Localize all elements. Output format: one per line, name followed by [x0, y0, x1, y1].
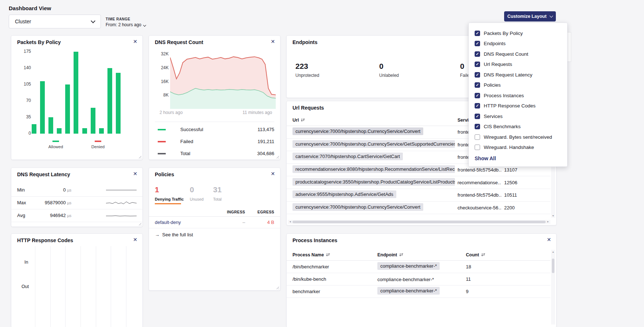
y-axis-tick: 35: [26, 114, 31, 119]
customize-menu-item[interactable]: ✓HTTP Response Codes: [475, 101, 561, 111]
customize-menu-item[interactable]: ✓Services: [475, 111, 561, 122]
customize-menu-item[interactable]: ✓DNS Request Count: [475, 49, 561, 59]
table-row[interactable]: benchmarkercompliance-benchmarker-*9: [287, 285, 550, 298]
close-icon[interactable]: ✕: [133, 237, 137, 242]
table-row[interactable]: /bin/kube-benchcompliance-benchmarker-*1…: [287, 273, 550, 285]
close-icon[interactable]: ✕: [271, 171, 275, 176]
sort-icon[interactable]: [399, 253, 403, 258]
policy-stat[interactable]: 0Unused: [190, 185, 204, 201]
scroll-right-icon[interactable]: ►: [547, 220, 549, 223]
view-select[interactable]: Cluster: [9, 15, 101, 28]
y-axis-tick: 70: [26, 98, 31, 103]
category-denied: Denied: [86, 137, 110, 149]
table-row[interactable]: currencyservice:7000/hipstershop.Currenc…: [287, 202, 550, 214]
sort-icon[interactable]: [481, 253, 485, 258]
checkbox[interactable]: ✓: [475, 114, 480, 119]
table-header: Process NameEndpointCount: [287, 250, 550, 261]
policy-stat[interactable]: 31Total: [213, 185, 221, 201]
time-range-from-dropdown[interactable]: From: 2 hours ago: [106, 22, 146, 27]
url-chip[interactable]: adservice:9555/hipstershop.AdService/Get…: [292, 190, 396, 198]
sparkline: [105, 200, 137, 207]
sort-icon[interactable]: [301, 118, 305, 123]
checkbox[interactable]: ✓: [475, 72, 480, 78]
stat-label: Unlabeled: [379, 73, 399, 78]
checkbox[interactable]: ✓: [475, 62, 480, 67]
see-full-list-label: See the full list: [162, 232, 193, 237]
menu-item-label: Url Requests: [484, 62, 512, 67]
close-icon[interactable]: ✕: [133, 171, 137, 176]
menu-item-label: Wireguard. Handshake: [484, 145, 534, 150]
table-row[interactable]: adservice:9555/hipstershop.AdService/Get…: [287, 189, 550, 202]
show-all-link[interactable]: Show All: [475, 155, 561, 161]
bar: [74, 52, 78, 134]
customize-layout-button[interactable]: Customize Layout: [504, 11, 556, 21]
customize-menu-item[interactable]: ✓Process Instances: [475, 90, 561, 101]
legend-item: Total304,686: [149, 149, 280, 159]
scroll-left-icon[interactable]: ◄: [289, 220, 291, 223]
checkbox[interactable]: [475, 134, 480, 140]
column-header[interactable]: Endpoint: [377, 252, 466, 258]
latency-rows: Min0 µsMax95879000 µsAvg946942 µs: [11, 184, 142, 222]
scroll-up-icon[interactable]: ▲: [551, 251, 555, 253]
url-chip[interactable]: recommendationservice:8080/hipstershop.R…: [292, 165, 455, 173]
x-axis-label-start: 2 hours ago: [160, 110, 182, 115]
resize-handle[interactable]: [138, 222, 141, 225]
checkbox[interactable]: ✓: [475, 51, 480, 57]
column-header[interactable]: Process Name: [292, 252, 377, 258]
customize-layout-menu: ✓Packets By Policy✓Endpoints✓DNS Request…: [468, 23, 568, 167]
checkbox[interactable]: [475, 145, 480, 150]
customize-menu-item[interactable]: ✓Packets By Policy: [475, 28, 561, 39]
close-icon[interactable]: ✕: [547, 237, 551, 242]
url-chip[interactable]: currencyservice:7000/hipstershop.Currenc…: [292, 140, 455, 148]
checkbox[interactable]: ✓: [475, 31, 480, 36]
see-full-list-link[interactable]: → See the full list: [155, 232, 193, 237]
scrollbar-thumb[interactable]: [552, 259, 554, 273]
customize-menu-item[interactable]: Wireguard. Handshake: [475, 142, 561, 153]
url-chip[interactable]: currencyservice:7000/hipstershop.Currenc…: [292, 127, 423, 135]
card-process-instances: Process Instances ✕ Process NameEndpoint…: [286, 233, 557, 327]
legend-value: 304,686: [257, 151, 274, 156]
latency-label: Avg: [17, 213, 25, 218]
resize-handle[interactable]: [138, 155, 141, 158]
menu-item-label: HTTP Response Codes: [484, 103, 535, 109]
column-label: Url: [292, 118, 299, 123]
y-axis-tick: 16K: [161, 79, 169, 84]
url-chip[interactable]: productcatalogservice:3550/hipstershop.P…: [292, 178, 455, 186]
customize-menu-item[interactable]: ✓Endpoints: [475, 39, 561, 49]
column-header[interactable]: Count: [466, 252, 550, 258]
customize-menu-item[interactable]: ✓CIS Benchmarks: [475, 122, 561, 132]
close-icon[interactable]: ✕: [133, 39, 137, 44]
customize-menu-item[interactable]: ✓DNS Request Latency: [475, 70, 561, 80]
policy-stat[interactable]: 1Denying Traffic: [155, 185, 184, 204]
sort-icon[interactable]: [326, 253, 330, 258]
table-row[interactable]: productcatalogservice:3550/hipstershop.P…: [287, 176, 550, 189]
policy-name-link[interactable]: default-deny: [155, 220, 216, 225]
table-row[interactable]: /bin/benchmarkercompliance-benchmarker-*…: [287, 261, 550, 273]
scroll-down-icon[interactable]: ▼: [551, 214, 555, 217]
close-icon[interactable]: ✕: [271, 39, 275, 44]
vertical-scrollbar[interactable]: ▲: [551, 250, 555, 324]
horizontal-scrollbar[interactable]: ◄ ►: [288, 220, 550, 224]
card-dns-request-count: DNS Request Count ✕ 32K24K16K8K 2 hours …: [149, 35, 280, 160]
scrollbar-thumb[interactable]: [292, 221, 546, 223]
checkbox[interactable]: ✓: [475, 103, 480, 109]
column-label: Endpoint: [377, 252, 397, 257]
gridline: [80, 246, 81, 327]
checkbox[interactable]: ✓: [475, 93, 480, 98]
chevron-down-icon: [550, 14, 553, 17]
customize-menu-item[interactable]: ✓Url Requests: [475, 59, 561, 70]
checkbox[interactable]: ✓: [475, 124, 480, 129]
checkbox[interactable]: ✓: [475, 41, 480, 46]
menu-item-label: Packets By Policy: [484, 31, 523, 36]
url-chip[interactable]: cartservice:7070/hipstershop.CartService…: [292, 153, 403, 160]
process-name-cell: /bin/kube-bench: [292, 276, 336, 282]
customize-layout-label: Customize Layout: [507, 14, 547, 19]
url-chip[interactable]: currencyservice:7000/hipstershop.Currenc…: [292, 203, 423, 211]
checkbox[interactable]: ✓: [475, 82, 480, 88]
column-header[interactable]: Url: [292, 118, 458, 123]
card-title: DNS Request Latency: [17, 172, 70, 177]
category-label: Allowed: [44, 145, 67, 149]
customize-menu-item[interactable]: Wireguard. Bytes sent/received: [475, 132, 561, 142]
resize-handle[interactable]: [276, 286, 279, 289]
customize-menu-item[interactable]: ✓Policies: [475, 80, 561, 91]
